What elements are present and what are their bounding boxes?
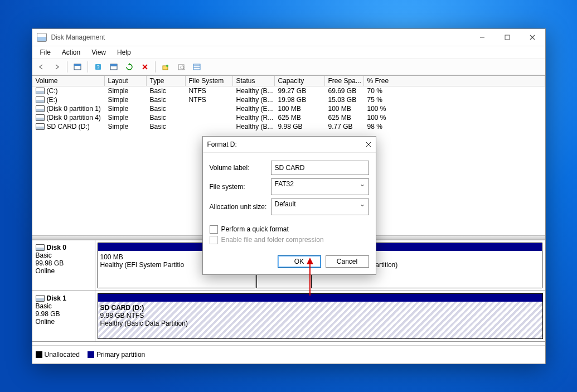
disk-row: Disk 1Basic9.98 GBOnlineSD CARD (D:)9.98… — [32, 291, 545, 342]
app-icon — [37, 33, 47, 42]
legend-unallocated: Unallocated — [45, 351, 80, 359]
svg-point-13 — [166, 65, 168, 67]
legend: Unallocated Primary partition — [32, 345, 545, 364]
disk-icon — [36, 295, 45, 302]
menubar: File Action View Help — [32, 46, 545, 59]
forward-button[interactable] — [50, 60, 64, 74]
refresh-button[interactable] — [123, 60, 136, 74]
table-row[interactable]: (Disk 0 partition 4)SimpleBasicHealthy (… — [32, 113, 545, 122]
menu-action[interactable]: Action — [57, 47, 85, 57]
volumes-body: (C:)SimpleBasicNTFSHealthy (B...99.27 GB… — [32, 86, 545, 131]
cancel-button[interactable]: Cancel — [326, 255, 369, 268]
rescan-button[interactable] — [159, 60, 172, 74]
minimize-button[interactable] — [470, 29, 495, 46]
window-title: Disk Management — [51, 33, 105, 41]
view-top-button[interactable] — [107, 60, 120, 74]
checkbox-compression — [210, 236, 218, 244]
partition[interactable]: SD CARD (D:)9.98 GB NTFSHealthy (Basic D… — [98, 293, 543, 339]
select-file-system[interactable]: FAT32 — [271, 178, 369, 195]
label-fs: File system: — [210, 183, 271, 191]
menu-view[interactable]: View — [87, 47, 110, 57]
maximize-button[interactable] — [495, 29, 520, 46]
table-row[interactable]: (E:)SimpleBasicNTFSHealthy (B...19.98 GB… — [32, 95, 545, 104]
show-hide-tree-button[interactable] — [71, 60, 84, 74]
volume-icon — [36, 105, 45, 112]
volumes-table: Volume Layout Type File System Status Ca… — [32, 75, 545, 131]
titlebar: Disk Management — [32, 29, 545, 46]
list-view-button[interactable] — [190, 60, 203, 74]
input-volume-label[interactable] — [271, 161, 369, 175]
volumes-header: Volume Layout Type File System Status Ca… — [32, 76, 545, 86]
close-button[interactable] — [520, 29, 545, 46]
col-type[interactable]: Type — [147, 76, 186, 86]
svg-rect-17 — [193, 64, 200, 70]
label-aus: Allocation unit size: — [210, 203, 271, 211]
volume-icon — [36, 88, 45, 94]
col-layout[interactable]: Layout — [105, 76, 147, 86]
svg-rect-5 — [74, 64, 81, 66]
label-compression: Enable file and folder compression — [221, 236, 324, 244]
disk-label: Disk 1Basic9.98 GBOnline — [32, 291, 95, 341]
svg-rect-9 — [110, 64, 117, 66]
back-button[interactable] — [35, 60, 48, 74]
disk-label: Disk 0Basic99.98 GBOnline — [32, 240, 95, 291]
disk-management-window: Disk Management File Action View Help ? … — [32, 28, 546, 364]
volume-icon — [36, 123, 45, 130]
help-button[interactable]: ? — [91, 60, 105, 74]
checkbox-quick-format[interactable] — [210, 225, 218, 234]
col-capacity[interactable]: Capacity — [275, 76, 325, 86]
table-row[interactable]: (C:)SimpleBasicNTFSHealthy (B...99.27 GB… — [32, 86, 545, 95]
col-pct[interactable]: % Free — [364, 76, 545, 86]
select-allocation-unit[interactable]: Default — [271, 199, 369, 215]
label-volume: Volume label: — [210, 164, 271, 172]
svg-rect-1 — [505, 35, 510, 40]
dialog-close-icon[interactable] — [366, 142, 371, 147]
ok-button[interactable]: OK — [278, 255, 321, 268]
col-free[interactable]: Free Spa... — [325, 76, 364, 86]
table-row[interactable]: SD CARD (D:)SimpleBasicHealthy (B...9.98… — [32, 122, 545, 131]
delete-button[interactable] — [138, 60, 152, 74]
volume-icon — [36, 114, 45, 121]
properties-button[interactable] — [174, 60, 188, 74]
volume-icon — [36, 96, 45, 103]
toolbar: ? — [32, 59, 545, 75]
format-dialog: Format D: Volume label: File system: FAT… — [202, 136, 376, 275]
menu-file[interactable]: File — [36, 47, 55, 57]
label-quick-format: Perform a quick format — [221, 225, 289, 233]
table-row[interactable]: (Disk 0 partition 1)SimpleBasicHealthy (… — [32, 104, 545, 113]
dialog-title: Format D: — [207, 141, 237, 148]
col-fs[interactable]: File System — [186, 76, 233, 86]
svg-text:?: ? — [96, 64, 99, 70]
menu-help[interactable]: Help — [113, 47, 135, 57]
legend-primary: Primary partition — [96, 351, 145, 359]
disk-icon — [36, 244, 45, 251]
col-volume[interactable]: Volume — [32, 76, 105, 86]
col-status[interactable]: Status — [233, 76, 275, 86]
